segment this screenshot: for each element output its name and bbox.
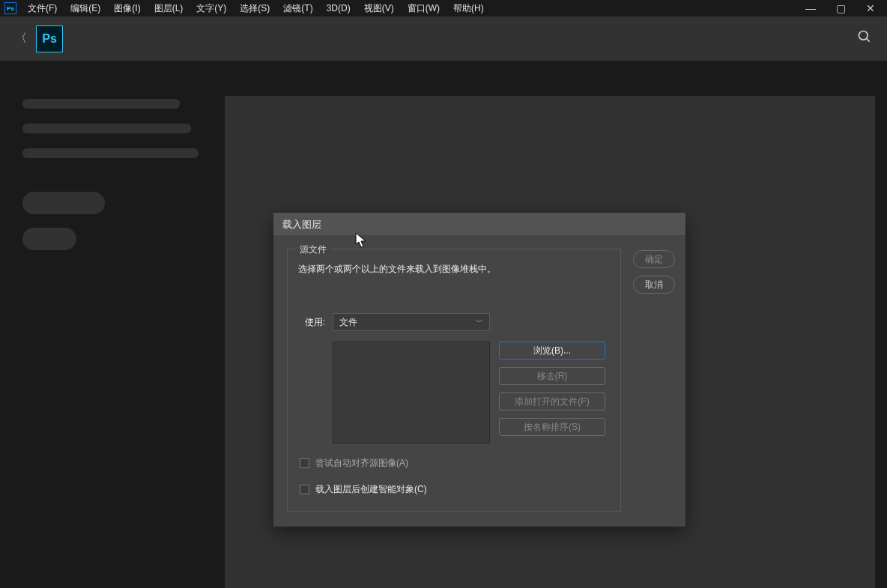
menu-3d[interactable]: 3D(D) [320,1,357,16]
align-checkbox-label: 尝试自动对齐源图像(A) [315,457,408,470]
dialog-body: 源文件 选择两个或两个以上的文件来载入到图像堆栈中。 使用: 文件 ﹀ 浏览(B… [273,235,685,527]
back-arrow-icon[interactable]: 〈 [7,26,34,51]
menu-view[interactable]: 视图(V) [357,0,401,17]
maximize-icon[interactable]: ▢ [833,2,848,14]
svg-point-0 [859,31,868,40]
chevron-down-icon: ﹀ [476,317,483,327]
minimize-icon[interactable]: — [803,2,818,14]
use-label: 使用: [298,316,325,329]
dialog-title[interactable]: 载入图层 [273,213,685,235]
smart-checkbox-row: 载入图层后创建智能对象(C) [300,483,611,496]
search-icon[interactable] [857,29,872,48]
header-bar: 〈 Ps [0,16,887,61]
window-controls: — ▢ ✕ [803,2,887,14]
smart-object-checkbox[interactable] [300,485,309,494]
dialog-side-buttons: 确定 取消 [633,249,675,512]
menu-bar: Ps 文件(F) 编辑(E) 图像(I) 图层(L) 文字(Y) 选择(S) 滤… [0,0,887,16]
close-icon[interactable]: ✕ [863,2,878,14]
placeholder-line [22,99,180,109]
menu-file[interactable]: 文件(F) [21,0,64,17]
align-checkbox-row: 尝试自动对齐源图像(A) [300,457,611,470]
cancel-button[interactable]: 取消 [633,276,675,294]
align-checkbox[interactable] [300,458,309,468]
use-dropdown[interactable]: 文件 ﹀ [333,313,490,331]
description-text: 选择两个或两个以上的文件来载入到图像堆栈中。 [298,263,611,276]
menu-window[interactable]: 窗口(W) [401,0,446,17]
menu-layer[interactable]: 图层(L) [148,0,190,17]
menu-image[interactable]: 图像(I) [107,0,147,17]
svg-line-1 [867,39,870,42]
sidebar [0,61,225,588]
file-buttons: 浏览(B)... 移去(R) 添加打开的文件(F) 按名称排序(S) [499,342,605,443]
dropdown-value: 文件 [339,316,357,329]
add-open-files-button[interactable]: 添加打开的文件(F) [499,392,605,410]
use-row: 使用: 文件 ﹀ [298,313,611,331]
menu-help[interactable]: 帮助(H) [446,0,491,17]
smart-object-checkbox-label: 载入图层后创建智能对象(C) [315,483,427,496]
source-fieldset: 源文件 选择两个或两个以上的文件来载入到图像堆栈中。 使用: 文件 ﹀ 浏览(B… [287,249,621,512]
browse-button[interactable]: 浏览(B)... [499,342,605,360]
load-layers-dialog: 载入图层 源文件 选择两个或两个以上的文件来载入到图像堆栈中。 使用: 文件 ﹀… [273,213,685,527]
placeholder-line [22,148,199,158]
menu-filter[interactable]: 滤镜(T) [276,0,319,17]
placeholder-pill [22,228,76,250]
placeholder-pill [22,192,105,214]
placeholder-line [22,124,191,133]
ps-logo[interactable]: Ps [36,25,63,52]
menu-select[interactable]: 选择(S) [233,0,276,17]
sort-by-name-button[interactable]: 按名称排序(S) [499,418,605,436]
file-list-row: 浏览(B)... 移去(R) 添加打开的文件(F) 按名称排序(S) [333,342,611,443]
file-list[interactable] [333,342,490,443]
ps-small-icon: Ps [4,2,16,14]
menu-edit[interactable]: 编辑(E) [64,0,107,17]
ok-button[interactable]: 确定 [633,250,675,268]
fieldset-legend: 源文件 [295,243,331,256]
menu-type[interactable]: 文字(Y) [190,0,233,17]
remove-button[interactable]: 移去(R) [499,367,605,385]
